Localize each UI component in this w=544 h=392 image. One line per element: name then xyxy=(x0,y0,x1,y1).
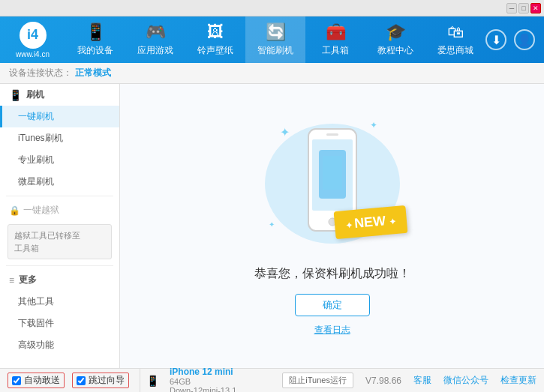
confirm-button[interactable]: 确定 xyxy=(295,294,370,316)
skip-wizard-checkbox[interactable]: 跳过向导 xyxy=(72,373,129,388)
stop-itunes-button[interactable]: 阻止iTunes运行 xyxy=(282,373,353,388)
sidebar-item-pro-flash[interactable]: 专业刷机 xyxy=(0,149,119,171)
logo-icon: i4 xyxy=(20,22,47,49)
logo-char: i4 xyxy=(27,27,38,43)
nav-item-wallpaper[interactable]: 🖼 铃声壁纸 xyxy=(185,16,245,63)
main-content: 📱 刷机 一键刷机 iTunes刷机 专业刷机 微星刷机 🔒 一键越狱 越狱工具… xyxy=(0,84,544,368)
right-panel: ✦ ✦ ✦ xyxy=(120,84,544,368)
svg-rect-5 xyxy=(326,133,338,136)
tutorial-label: 教程中心 xyxy=(377,44,413,57)
sidebar-item-advanced[interactable]: 高级功能 xyxy=(0,334,119,356)
nav-item-toolbox[interactable]: 🧰 工具箱 xyxy=(305,16,365,63)
jailbreak-notice: 越狱工具已转移至工具箱 xyxy=(8,224,112,259)
new-badge: ✦ NEW ✦ xyxy=(334,205,408,238)
skip-wizard-label: 跳过向导 xyxy=(89,374,125,387)
nav-item-store[interactable]: 🛍 爱思商城 xyxy=(425,16,485,63)
nav-item-my-device[interactable]: 📱 我的设备 xyxy=(65,16,125,63)
sidebar-divider-2 xyxy=(6,265,113,266)
toolbox-label: 工具箱 xyxy=(322,44,349,57)
minimize-button[interactable]: ─ xyxy=(506,3,517,13)
sidebar-item-other-tools[interactable]: 其他工具 xyxy=(0,291,119,313)
jailbreak-section-header: 🔒 一键越狱 xyxy=(0,199,119,221)
top-nav: i4 www.i4.cn 📱 我的设备 🎮 应用游戏 🖼 铃声壁纸 🔄 智能刷机… xyxy=(0,16,544,63)
sidebar: 📱 刷机 一键刷机 iTunes刷机 专业刷机 微星刷机 🔒 一键越狱 越狱工具… xyxy=(0,84,120,368)
maximize-button[interactable]: □ xyxy=(518,3,529,13)
bottom-left: 自动敢送 跳过向导 📱 iPhone 12 mini 64GB Down-12m… xyxy=(8,367,282,393)
download-button[interactable]: ⬇ xyxy=(485,29,506,50)
phone-illustration: ✦ ✦ ✦ xyxy=(257,116,407,251)
status-value: 正常模式 xyxy=(75,67,111,79)
device-version: Down-12mini-13,1 xyxy=(170,386,236,393)
check-update-link[interactable]: 检查更新 xyxy=(500,374,536,387)
jailbreak-text: 越狱工具已转移至工具箱 xyxy=(14,231,80,253)
sparkle-icon-1: ✦ xyxy=(280,125,290,139)
user-button[interactable]: 👤 xyxy=(514,29,535,50)
bottom-right: 阻止iTunes运行 V7.98.66 客服 微信公众号 检查更新 xyxy=(282,373,536,388)
apps-label: 应用游戏 xyxy=(137,44,173,57)
toolbox-icon: 🧰 xyxy=(326,22,346,42)
nav-item-apps[interactable]: 🎮 应用游戏 xyxy=(125,16,185,63)
store-label: 爱思商城 xyxy=(437,44,473,57)
auto-launch-label: 自动敢送 xyxy=(24,374,60,387)
my-device-label: 我的设备 xyxy=(77,44,113,57)
logo-area: i4 www.i4.cn xyxy=(0,22,65,58)
smart-flash-icon: 🔄 xyxy=(266,22,286,42)
sparkle-icon-3: ✦ xyxy=(269,220,275,229)
nav-item-smart-flash[interactable]: 🔄 智能刷机 xyxy=(245,16,305,63)
sidebar-item-download-firmware[interactable]: 下载固件 xyxy=(0,313,119,334)
status-label: 设备连接状态： xyxy=(9,67,72,79)
locked-label: 一键越狱 xyxy=(23,204,59,217)
sparkle-icon-2: ✦ xyxy=(370,120,377,130)
success-message: 恭喜您，保资料刷机成功啦！ xyxy=(254,266,410,282)
nav-item-tutorial[interactable]: 🎓 教程中心 xyxy=(365,16,425,63)
sidebar-divider-1 xyxy=(6,196,113,196)
sidebar-item-itunes-flash[interactable]: iTunes刷机 xyxy=(0,127,119,149)
new-badge-star-right: ✦ xyxy=(389,217,397,226)
support-link[interactable]: 客服 xyxy=(413,374,431,387)
store-icon: 🛍 xyxy=(447,22,464,42)
auto-launch-checkbox[interactable]: 自动敢送 xyxy=(8,373,65,388)
status-bar: 设备连接状态： 正常模式 xyxy=(0,63,544,84)
wallpaper-icon: 🖼 xyxy=(207,22,224,42)
tutorial-icon: 🎓 xyxy=(386,22,406,42)
new-badge-text: NEW xyxy=(354,213,387,231)
logo-url: www.i4.cn xyxy=(16,50,50,58)
svg-rect-3 xyxy=(323,156,342,190)
device-type-icon: 📱 xyxy=(146,375,159,387)
nav-items: 📱 我的设备 🎮 应用游戏 🖼 铃声壁纸 🔄 智能刷机 🧰 工具箱 🎓 教程中心… xyxy=(65,16,485,63)
title-bar: ─ □ ✕ xyxy=(0,0,544,16)
more-section-header: ≡ 更多 xyxy=(0,269,119,291)
sidebar-item-micro-flash[interactable]: 微星刷机 xyxy=(0,171,119,193)
device-storage: 64GB xyxy=(170,377,236,386)
flash-section-label: 刷机 xyxy=(26,88,44,101)
flash-section-icon: 📱 xyxy=(9,89,22,101)
device-info: iPhone 12 mini 64GB Down-12mini-13,1 xyxy=(162,367,236,393)
bottom-bar: 自动敢送 跳过向导 📱 iPhone 12 mini 64GB Down-12m… xyxy=(0,368,544,392)
flash-section-header: 📱 刷机 xyxy=(0,84,119,106)
skip-wizard-input[interactable] xyxy=(77,376,86,385)
smart-flash-label: 智能刷机 xyxy=(257,44,293,57)
visit-log-link[interactable]: 查看日志 xyxy=(314,324,350,337)
nav-right: ⬇ 👤 xyxy=(485,29,544,50)
sidebar-item-one-click-flash[interactable]: 一键刷机 xyxy=(0,106,119,127)
apps-icon: 🎮 xyxy=(146,22,166,42)
close-button[interactable]: ✕ xyxy=(530,3,541,13)
lock-icon: 🔒 xyxy=(9,205,20,216)
wallpaper-label: 铃声壁纸 xyxy=(197,44,233,57)
version-label: V7.98.66 xyxy=(365,376,401,386)
wechat-link[interactable]: 微信公众号 xyxy=(443,374,488,387)
more-label: 更多 xyxy=(19,274,37,286)
my-device-icon: 📱 xyxy=(86,22,106,42)
auto-launch-input[interactable] xyxy=(12,376,21,385)
